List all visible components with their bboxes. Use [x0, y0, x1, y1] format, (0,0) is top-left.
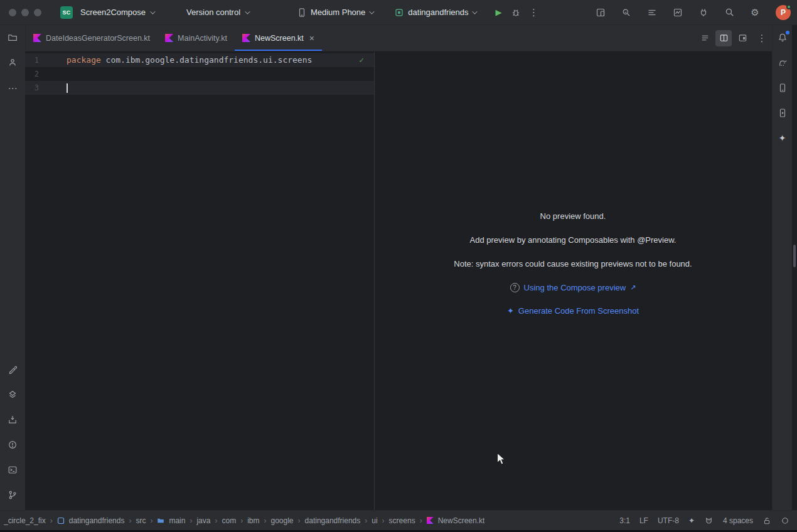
settings-button[interactable]: ⚙ — [746, 4, 764, 21]
line-number[interactable]: 3 — [25, 81, 39, 95]
code-line-3[interactable]: 3 — [25, 81, 374, 95]
resource-manager-tool-button[interactable] — [4, 361, 21, 378]
inspections-widget-icon[interactable] — [781, 516, 789, 525]
close-window-button[interactable] — [9, 9, 16, 16]
logcat-button[interactable] — [643, 4, 661, 21]
breadcrumb-item[interactable]: src — [136, 516, 146, 525]
preview-empty-title: No preview found. — [375, 211, 771, 221]
line-separator-widget[interactable]: LF — [639, 516, 648, 525]
generate-code-link[interactable]: Generate Code From Screenshot — [518, 306, 639, 316]
scrollbar-thumb[interactable] — [793, 245, 796, 267]
breadcrumb-item[interactable]: NewScreen.kt — [438, 516, 485, 525]
find-icon — [621, 8, 631, 18]
gradle-tool-button[interactable] — [774, 54, 791, 72]
app-quality-insights-tool-button[interactable] — [4, 411, 21, 428]
ai-sparkle-icon[interactable]: ✦ — [688, 516, 695, 525]
device-frame-icon — [596, 8, 606, 18]
version-control-menu[interactable]: Version control — [181, 5, 254, 19]
zoom-window-button[interactable] — [34, 9, 41, 16]
layers-icon — [8, 390, 18, 400]
more-tool-windows-button[interactable]: ⋯ — [4, 79, 21, 97]
breadcrumb-item[interactable]: screens — [389, 516, 415, 525]
design-view-button[interactable] — [734, 30, 751, 46]
preview-empty-state: No preview found. Add preview by annotat… — [375, 211, 771, 329]
code-editor[interactable]: 1 package com.ibm.google.datingandfriend… — [25, 52, 374, 510]
code-line-2[interactable]: 2 — [25, 67, 374, 81]
chevron-separator-icon: › — [298, 516, 301, 525]
running-devices-tool-button[interactable] — [774, 104, 791, 122]
encoding-widget[interactable]: UTF-8 — [658, 516, 679, 525]
scrollbar-track[interactable] — [792, 25, 797, 510]
compose-preview-pane: No preview found. Add preview by annotat… — [374, 52, 771, 510]
gemini-tool-button[interactable]: ✦ — [774, 129, 791, 147]
preview-empty-note: Note: syntax errors could cause existing… — [375, 259, 771, 269]
compose-preview-doc-link[interactable]: Using the Compose preview — [524, 283, 626, 292]
code-view-button[interactable] — [697, 30, 713, 46]
version-control-label: Version control — [186, 8, 240, 17]
terminal-tool-button[interactable] — [4, 461, 21, 479]
breadcrumb-item[interactable]: google — [270, 516, 293, 525]
tab-mainactivity[interactable]: MainActivity.kt — [158, 25, 235, 51]
kotlin-file-icon — [427, 517, 434, 524]
breadcrumb-item[interactable]: main — [169, 516, 185, 525]
plugin-button[interactable] — [695, 4, 712, 21]
chevron-separator-icon: › — [190, 516, 192, 525]
breadcrumb-item[interactable]: ui — [372, 516, 377, 525]
build-variants-tool-button[interactable] — [4, 386, 21, 403]
split-view-icon — [719, 33, 729, 43]
terminal-icon — [8, 465, 18, 475]
problems-tool-button[interactable] — [4, 436, 21, 454]
breadcrumb-item[interactable]: com — [222, 516, 236, 525]
device-selector[interactable]: Medium Phone — [293, 5, 377, 20]
right-tool-stripe: ✦ — [772, 25, 792, 510]
tab-dateideasgeneratorscreen[interactable]: DateIdeasGeneratorScreen.kt — [26, 25, 158, 51]
version-control-tool-button[interactable] — [4, 486, 21, 504]
status-bar-widgets: 3:1 LF UTF-8 ✦ 4 spaces — [619, 516, 789, 525]
run-button[interactable]: ▶ — [489, 4, 507, 21]
device-selector-label: Medium Phone — [311, 8, 365, 17]
breadcrumb-item[interactable]: _circle_2_fix — [4, 516, 46, 525]
online-status-dot — [786, 4, 791, 9]
line-number[interactable]: 1 — [25, 53, 39, 67]
device-frame-button[interactable] — [592, 4, 609, 21]
search-everywhere-button[interactable] — [720, 4, 738, 21]
breadcrumb-item[interactable]: java — [196, 516, 210, 525]
folder-icon — [8, 33, 18, 43]
editor-options-button[interactable]: ⋮ — [753, 29, 771, 47]
breadcrumb-item[interactable]: datingandfriends — [305, 516, 361, 525]
split-view-button[interactable] — [715, 30, 732, 46]
more-run-options-button[interactable]: ⋮ — [525, 4, 542, 21]
code-line-1[interactable]: 1 package com.ibm.google.datingandfriend… — [25, 53, 374, 67]
inspection-ok-icon[interactable]: ✓ — [359, 53, 364, 67]
left-tool-stripe: ⋯ — [0, 25, 25, 510]
indent-widget[interactable]: 4 spaces — [723, 516, 753, 525]
device-manager-tool-button[interactable] — [774, 79, 791, 97]
unlock-icon[interactable] — [762, 516, 771, 525]
error-circle-icon — [8, 440, 18, 450]
source-root-folder-icon — [157, 517, 164, 524]
close-tab-icon[interactable]: × — [309, 34, 314, 43]
minimize-window-button[interactable] — [21, 9, 29, 16]
debug-button[interactable] — [507, 4, 525, 21]
tab-newscreen[interactable]: NewScreen.kt × — [235, 25, 322, 51]
profiler-button[interactable] — [669, 4, 687, 21]
bug-icon — [511, 8, 521, 18]
project-menu[interactable]: Screen2Compose — [75, 5, 159, 19]
run-configuration-selector[interactable]: datingandfriends — [390, 5, 479, 20]
profile-avatar[interactable]: P — [776, 5, 791, 20]
android-studio-window: SC Screen2Compose Version control Medium… — [0, 0, 797, 532]
sparkle-icon: ✦ — [507, 306, 514, 316]
kebab-menu-icon: ⋮ — [757, 33, 767, 43]
notifications-tool-button[interactable] — [774, 29, 791, 46]
breadcrumb-item[interactable]: ibm — [247, 516, 259, 525]
structure-tool-button[interactable] — [4, 54, 21, 72]
find-button[interactable] — [618, 4, 635, 21]
kodee-icon[interactable] — [704, 516, 714, 525]
titlebar-right-actions: ⚙ P — [592, 4, 791, 21]
code-text: com.ibm.google.datingandfriends.ui.scree… — [101, 53, 313, 67]
window-controls — [0, 9, 45, 16]
breadcrumb-item[interactable]: datingandfriends — [69, 516, 125, 525]
line-number[interactable]: 2 — [25, 67, 39, 81]
caret-position-widget[interactable]: 3:1 — [619, 516, 630, 525]
project-tool-button[interactable] — [4, 29, 21, 46]
